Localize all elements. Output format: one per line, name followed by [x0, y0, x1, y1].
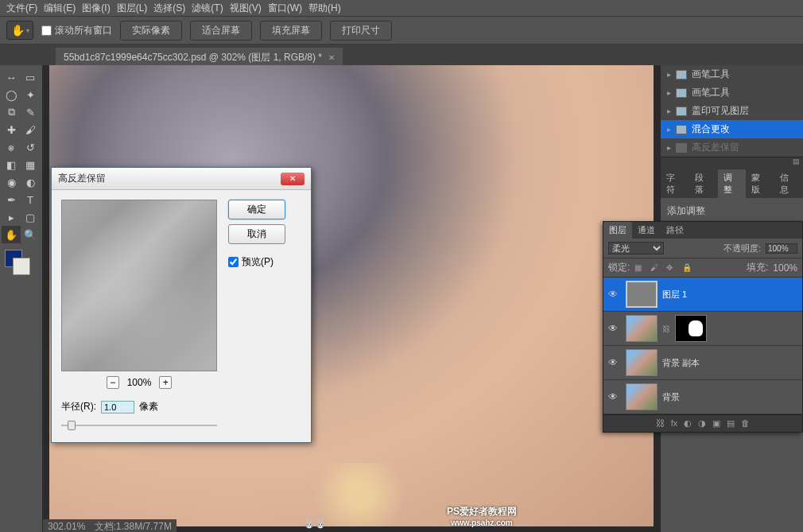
blend-mode-select[interactable]: 柔光	[608, 242, 664, 254]
menu-filter[interactable]: 滤镜(T)	[192, 2, 223, 14]
adjustment-layer-icon[interactable]: ◑	[698, 418, 706, 429]
menu-edit[interactable]: 编辑(E)	[44, 2, 76, 14]
eyedropper-tool[interactable]: ✎	[21, 103, 40, 121]
crop-tool[interactable]: ⧉	[2, 103, 21, 121]
lock-label: 锁定:	[608, 261, 630, 274]
layer-row[interactable]: 👁 ⛓	[603, 312, 802, 346]
wand-tool[interactable]: ✦	[21, 86, 40, 103]
dialog-titlebar[interactable]: 高反差保留 ✕	[52, 168, 311, 190]
fx-icon[interactable]: fx	[671, 418, 678, 429]
lasso-tool[interactable]: ◯	[2, 86, 21, 103]
layer-row[interactable]: 👁 图层 1	[603, 278, 802, 312]
tab-info[interactable]: 信息	[774, 169, 803, 198]
background-color[interactable]	[13, 258, 30, 275]
radius-slider[interactable]	[61, 418, 217, 433]
tab-paragraph[interactable]: 段落	[689, 169, 718, 198]
tab-channels[interactable]: 通道	[632, 222, 661, 239]
zoom-out-button[interactable]: −	[107, 376, 119, 389]
print-size-button[interactable]: 打印尺寸	[330, 21, 392, 41]
visibility-icon[interactable]: 👁	[608, 323, 621, 334]
zoom-value: 100%	[127, 377, 152, 388]
layer-thumbnail[interactable]	[626, 281, 658, 308]
eraser-tool[interactable]: ◧	[2, 156, 21, 173]
lock-move-icon[interactable]: ✥	[666, 263, 677, 272]
shape-tool[interactable]: ▢	[21, 208, 40, 226]
layer-thumbnail[interactable]	[626, 315, 658, 342]
slider-thumb[interactable]	[68, 421, 76, 430]
link-icon[interactable]: ⛓	[662, 324, 670, 333]
layer-name[interactable]: 背景	[662, 391, 680, 403]
zoom-tool[interactable]: 🔍	[21, 226, 40, 243]
duplicate-icon: 🐰🐰	[304, 518, 326, 529]
fit-screen-button[interactable]: 适合屏幕	[190, 21, 252, 41]
scroll-all-checkbox[interactable]: 滚动所有窗口	[41, 24, 112, 37]
path-tool[interactable]: ▸	[2, 208, 21, 226]
tab-layers[interactable]: 图层	[603, 222, 632, 239]
history-item[interactable]: ▸画笔工具	[661, 65, 803, 83]
lock-paint-icon[interactable]: 🖌	[650, 263, 661, 272]
menu-file[interactable]: 文件(F)	[6, 2, 37, 14]
menu-view[interactable]: 视图(V)	[230, 2, 262, 14]
close-tab-icon[interactable]: ✕	[328, 53, 335, 62]
hand-tool[interactable]: ✋	[2, 226, 21, 243]
hand-tool-icon[interactable]: ✋▾	[6, 21, 33, 40]
tab-masks[interactable]: 蒙版	[746, 169, 774, 198]
status-zoom[interactable]: 302.01%	[48, 521, 85, 532]
layer-mask-thumbnail[interactable]	[675, 315, 707, 342]
visibility-icon[interactable]: 👁	[608, 357, 621, 368]
tab-character[interactable]: 字符	[661, 169, 689, 198]
fill-screen-button[interactable]: 填充屏幕	[260, 21, 322, 41]
brush-tool[interactable]: 🖌	[21, 121, 40, 138]
menu-window[interactable]: 窗口(W)	[268, 2, 302, 14]
cancel-button[interactable]: 取消	[228, 224, 285, 244]
preview-checkbox[interactable]: 预览(P)	[228, 255, 285, 269]
visibility-icon[interactable]: 👁	[608, 391, 621, 402]
color-swatches[interactable]	[2, 250, 41, 282]
tab-adjustments[interactable]: 调整	[718, 169, 747, 198]
layer-thumbnail[interactable]	[626, 349, 658, 376]
lock-trans-icon[interactable]: ▦	[634, 263, 646, 272]
lock-all-icon[interactable]: 🔒	[682, 263, 693, 272]
ok-button[interactable]: 确定	[228, 200, 285, 219]
opacity-value[interactable]: 100%	[766, 243, 797, 254]
menu-help[interactable]: 帮助(H)	[308, 2, 341, 14]
heal-tool[interactable]: ✚	[2, 121, 21, 138]
menu-select[interactable]: 选择(S)	[153, 2, 185, 14]
history-item[interactable]: ▸画笔工具	[661, 83, 803, 102]
blur-tool[interactable]: ◉	[2, 173, 21, 191]
marquee-tool[interactable]: ▭	[21, 68, 40, 86]
history-item-selected[interactable]: ▸混合更改	[661, 120, 803, 138]
history-item[interactable]: ▸盖印可见图层	[661, 102, 803, 120]
zoom-in-button[interactable]: +	[159, 376, 172, 389]
link-layers-icon[interactable]: ⛓	[656, 418, 665, 429]
layer-thumbnail[interactable]	[626, 383, 658, 410]
new-layer-icon[interactable]: ▤	[727, 418, 735, 429]
gradient-tool[interactable]: ▦	[21, 156, 40, 173]
radius-input[interactable]	[101, 401, 134, 414]
type-tool[interactable]: T	[21, 191, 40, 208]
layer-row[interactable]: 👁 背景 副本	[603, 346, 802, 380]
tab-paths[interactable]: 路径	[661, 222, 689, 239]
history-brush-tool[interactable]: ↺	[21, 138, 40, 156]
dialog-preview-image[interactable]	[61, 200, 217, 371]
layer-row[interactable]: 👁 背景	[603, 380, 802, 414]
dialog-close-button[interactable]: ✕	[281, 173, 305, 185]
layer-name[interactable]: 背景 副本	[662, 357, 700, 369]
fill-value[interactable]: 100%	[773, 262, 797, 274]
pen-tool[interactable]: ✒	[2, 191, 21, 208]
group-icon[interactable]: ▣	[712, 418, 720, 429]
actual-pixels-button[interactable]: 实际像素	[120, 21, 182, 41]
visibility-icon[interactable]: 👁	[608, 289, 621, 300]
dodge-tool[interactable]: ◐	[21, 173, 40, 191]
menu-layer[interactable]: 图层(L)	[117, 2, 148, 14]
mask-icon[interactable]: ◐	[684, 418, 692, 429]
stamp-tool[interactable]: ⎈	[2, 138, 21, 156]
move-tool[interactable]: ↔	[2, 68, 21, 86]
menu-image[interactable]: 图像(I)	[82, 2, 110, 14]
layer-name[interactable]: 图层 1	[662, 289, 687, 301]
scroll-all-label: 滚动所有窗口	[55, 24, 112, 37]
panel-menu-icon[interactable]: ▤	[793, 157, 800, 169]
status-doc-info[interactable]: 文档:1.38M/7.77M	[95, 521, 172, 532]
delete-layer-icon[interactable]: 🗑	[741, 418, 750, 429]
history-item[interactable]: ▸高反差保留	[661, 138, 803, 157]
